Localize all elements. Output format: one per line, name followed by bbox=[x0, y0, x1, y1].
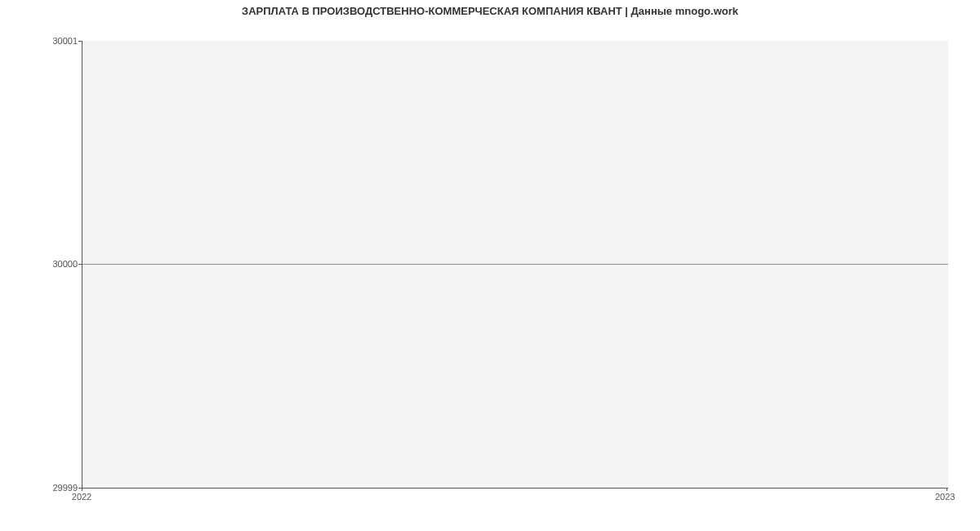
data-line bbox=[82, 264, 948, 265]
y-tick-label: 30001 bbox=[4, 36, 78, 46]
x-tick-label: 2023 bbox=[935, 492, 955, 502]
chart-title: ЗАРПЛАТА В ПРОИЗВОДСТВЕННО-КОММЕРЧЕСКАЯ … bbox=[0, 5, 980, 17]
y-tick-label: 30000 bbox=[4, 259, 78, 269]
plot-area bbox=[82, 41, 948, 489]
x-tick-label: 2022 bbox=[72, 492, 91, 502]
y-tick-label: 29999 bbox=[4, 483, 78, 493]
chart-container: ЗАРПЛАТА В ПРОИЗВОДСТВЕННО-КОММЕРЧЕСКАЯ … bbox=[0, 0, 980, 531]
